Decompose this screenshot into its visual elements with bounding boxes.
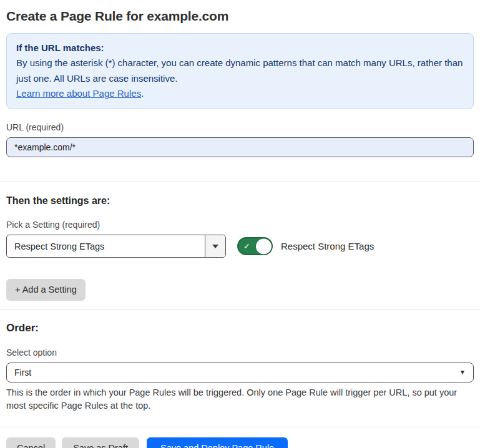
- page-rule-form: Create a Page Rule for example.com If th…: [0, 0, 480, 448]
- settings-heading: Then the settings are:: [6, 195, 474, 207]
- form-actions: Cancel Save as Draft Save and Deploy Pag…: [6, 437, 474, 448]
- cancel-button[interactable]: Cancel: [6, 437, 56, 448]
- section-divider: [0, 182, 480, 182]
- page-title: Create a Page Rule for example.com: [6, 9, 474, 24]
- section-divider: [0, 427, 480, 427]
- link-suffix: .: [141, 88, 144, 99]
- order-select-value: First: [14, 368, 31, 377]
- url-input[interactable]: [6, 137, 474, 157]
- info-box-body: By using the asterisk (*) character, you…: [16, 56, 464, 86]
- info-box-heading: If the URL matches:: [16, 41, 464, 56]
- setting-dropdown-value: Respect Strong ETags: [7, 235, 205, 257]
- save-and-deploy-button[interactable]: Save and Deploy Page Rule: [147, 437, 288, 448]
- url-field-label: URL (required): [6, 122, 474, 132]
- section-divider: [0, 309, 480, 309]
- setting-toggle-label: Respect Strong ETags: [281, 241, 374, 251]
- pick-setting-label: Pick a Setting (required): [6, 220, 474, 230]
- setting-dropdown-button[interactable]: [205, 235, 225, 257]
- order-select[interactable]: First ▼: [6, 363, 474, 382]
- setting-row: Respect Strong ETags ✓ Respect Strong ET…: [6, 235, 474, 258]
- add-setting-button[interactable]: + Add a Setting: [6, 279, 86, 301]
- check-icon: ✓: [243, 242, 250, 250]
- order-help-text: This is the order in which your Page Rul…: [6, 386, 471, 414]
- setting-toggle[interactable]: ✓: [237, 237, 273, 255]
- order-heading: Order:: [6, 322, 474, 334]
- url-match-info-box: If the URL matches: By using the asteris…: [6, 33, 474, 109]
- chevron-down-icon: [212, 245, 218, 248]
- setting-dropdown[interactable]: Respect Strong ETags: [6, 235, 226, 258]
- chevron-down-icon: ▼: [459, 369, 466, 376]
- order-select-label: Select option: [6, 348, 474, 358]
- save-as-draft-button[interactable]: Save as Draft: [62, 437, 139, 448]
- info-box-link-line: Learn more about Page Rules.: [16, 86, 464, 101]
- learn-more-link[interactable]: Learn more about Page Rules: [16, 88, 141, 99]
- toggle-knob: [256, 238, 272, 254]
